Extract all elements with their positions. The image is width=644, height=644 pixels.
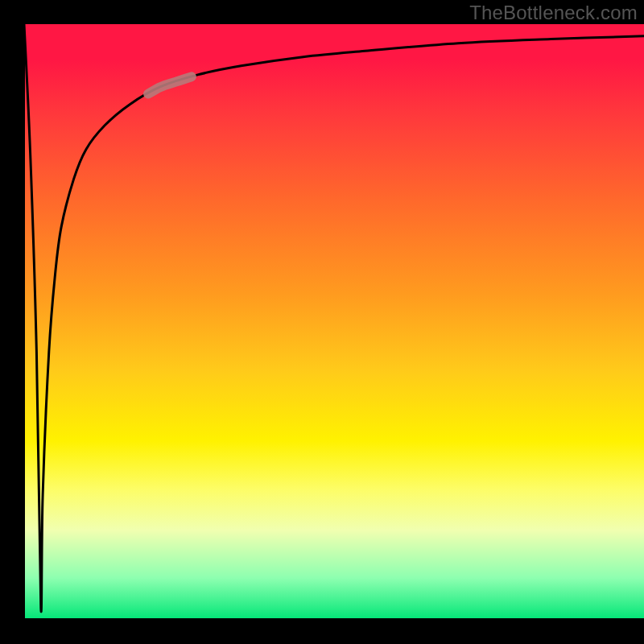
chart-frame: TheBottleneck.com xyxy=(0,0,644,644)
curve-highlight-segment xyxy=(148,76,192,93)
bottleneck-curve-line xyxy=(24,24,644,612)
chart-curve-svg xyxy=(24,24,644,620)
x-axis xyxy=(23,618,644,621)
watermark-text: TheBottleneck.com xyxy=(469,2,638,24)
y-axis xyxy=(23,23,25,621)
